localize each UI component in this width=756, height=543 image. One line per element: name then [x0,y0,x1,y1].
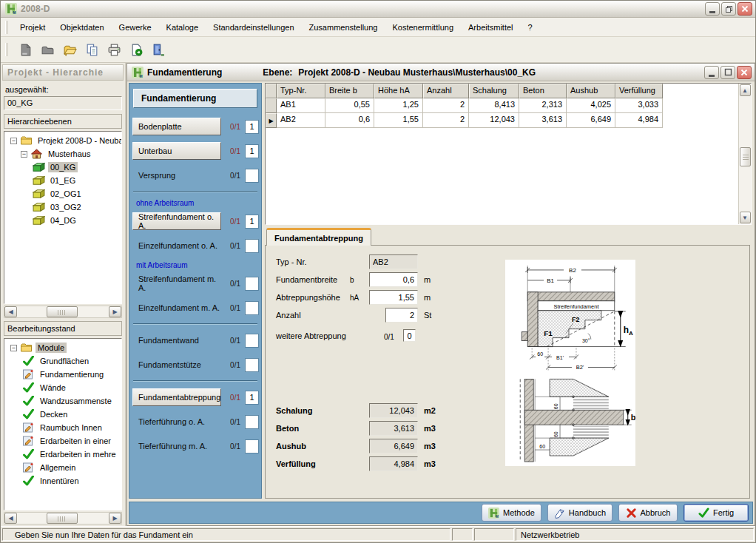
scroll-track[interactable] [740,97,751,211]
tree-item-erdarbeiten-in-einer[interactable]: Erdarbeiten in einer [6,434,121,448]
menu-item-objektdaten[interactable]: Objektdaten [53,19,111,36]
scroll-right-icon[interactable]: ▶ [109,513,121,524]
button-methode[interactable]: MMethode [482,504,541,522]
weitere-abtreppung-box[interactable] [403,329,416,342]
collapse-icon[interactable]: − [10,138,17,144]
scroll-thumb[interactable] [740,147,751,166]
column-header-verfüllung[interactable]: Verfüllung [615,84,663,98]
tree-item-01-eg[interactable]: 01_EG [6,174,121,187]
menu-item-arbeitsmittel[interactable]: Arbeitsmittel [461,19,521,36]
close-button[interactable] [738,2,752,16]
tree-item-module-root[interactable]: − Module [6,341,121,354]
tree-item-wandzusammenste[interactable]: Wandzusammenste [6,394,121,408]
tree-item-04-dg[interactable]: 04_DG [6,214,121,227]
sidebar-item-label[interactable]: Tieferführung o. A. [132,417,221,426]
count-box[interactable] [245,277,259,291]
tree-item-erdarbeiten-in-mehre[interactable]: Erdarbeiten in mehre [6,448,121,461]
table-row-ab2[interactable]: ▶AB20,61,55212,0433,6136,6494,984 [266,113,738,128]
menu-item-zusammenstellung[interactable]: Zusammenstellung [302,19,385,36]
count-box[interactable] [245,301,259,315]
module-maximize-button[interactable] [720,66,735,79]
menu-item-standardeinstellungen[interactable]: Standardeinstellungen [206,19,301,36]
column-header-aushub[interactable]: Aushub [567,84,615,98]
scroll-right-icon[interactable]: ▶ [109,306,121,317]
count-box[interactable] [245,239,259,253]
restore-button[interactable] [721,2,736,16]
menu-item-kataloge[interactable]: Kataloge [159,19,206,36]
tree-item-wände[interactable]: Wände [6,381,121,394]
tree-item-02-og1[interactable]: 02_OG1 [6,187,121,200]
column-header-höhe-ha[interactable]: Höhe hA [374,84,423,98]
column-header-beton[interactable]: Beton [519,84,567,98]
tree-item-allgemein[interactable]: Allgemein [6,461,121,474]
table-row-ab1[interactable]: AB10,551,2528,4132,3134,0253,033 [266,98,738,113]
scroll-left-icon[interactable]: ◀ [4,306,17,317]
tab-fundamentabtreppung[interactable]: Fundamentabtreppung [266,228,371,246]
button-fertig[interactable]: Fertig [684,504,749,522]
count-box[interactable]: 1 [245,391,259,405]
scroll-down-icon[interactable]: ▼ [740,212,751,223]
count-box[interactable]: 1 [245,215,259,229]
tree-item-decken[interactable]: Decken [6,408,121,421]
count-box[interactable] [245,334,259,348]
column-header-anzahl[interactable]: Anzahl [423,84,469,98]
hierarchy-hscrollbar[interactable]: ◀ ▶ [4,306,122,318]
sidebar-item-label[interactable]: Fundamentwand [132,336,221,345]
tree-item-project[interactable]: − Projekt 2008-D - Neubau [6,134,121,147]
count-box[interactable] [245,358,259,372]
scroll-track[interactable] [17,306,109,317]
sidebar-item-label[interactable]: Tieferführung m. A. [132,442,221,451]
count-box[interactable] [245,169,259,183]
modules-hscrollbar[interactable]: ◀ ▶ [4,512,122,525]
sidebar-item-label[interactable]: Versprung [132,171,221,180]
scroll-track[interactable] [17,513,109,524]
copy-icon[interactable] [83,41,101,59]
button-abbruch[interactable]: Abbruch [618,504,678,522]
tree-item-raumbuch-innen[interactable]: Raumbuch Innen [6,421,121,434]
table-vscrollbar[interactable]: ▲ ▼ [738,84,751,224]
print-icon[interactable] [105,41,124,59]
count-box[interactable] [245,415,259,429]
menu-item-projekt[interactable]: Projekt [13,19,53,36]
tree-item-building[interactable]: − Musterhaus [6,147,121,161]
count-box[interactable] [245,439,259,453]
button-handbuch[interactable]: Handbuch [547,504,612,522]
tree-item-grundflächen[interactable]: Grundflächen [6,354,121,368]
scroll-left-icon[interactable]: ◀ [4,513,17,524]
module-close-button[interactable] [737,66,752,79]
menu-item-[interactable]: ? [521,19,540,36]
exit-door-icon[interactable] [149,41,168,59]
sidebar-item-label[interactable]: Fundamentabtreppung [132,388,221,406]
sidebar-item-label[interactable]: Bodenplatte [132,118,221,135]
tree-item-fundamentierung[interactable]: Fundamentierung [6,368,121,381]
scroll-up-icon[interactable]: ▲ [740,84,751,96]
column-header-schalung[interactable]: Schalung [469,84,519,98]
sidebar-item-label[interactable]: Unterbau [132,142,221,160]
collapse-icon[interactable]: − [21,151,27,158]
sidebar-item-label[interactable]: Streifenfundament m. A. [132,274,221,292]
anzahl-input[interactable] [385,308,418,323]
sidebar-item-label[interactable]: Streifenfundament o. A. [132,212,221,230]
count-box[interactable]: 1 [245,144,259,158]
modules-tree: − Module GrundflächenFundamentierungWänd… [4,338,122,510]
sidebar-item-label[interactable]: Einzelfundament m. A. [132,303,221,312]
count-box[interactable]: 1 [245,120,259,134]
sidebar-item-label[interactable]: Fundamentstütze [132,360,221,369]
abtreppungshöhe-input[interactable] [369,290,418,305]
tree-item-00-kg[interactable]: 00_KG [6,161,121,174]
menu-item-gewerke[interactable]: Gewerke [112,19,159,36]
minimize-button[interactable] [705,2,720,16]
menu-item-kostenermittlung[interactable]: Kostenermittlung [385,19,461,36]
tree-item-innentüren[interactable]: Innentüren [6,474,121,488]
scroll-thumb[interactable] [47,513,78,524]
scroll-thumb[interactable] [47,306,78,317]
fundamentbreite-input[interactable] [369,272,418,287]
export-icon[interactable] [127,41,146,59]
folder-open-icon[interactable] [61,41,79,59]
module-minimize-button[interactable] [704,66,719,79]
sidebar-item-label[interactable]: Einzelfundament o. A. [132,241,221,250]
tree-item-03-og2[interactable]: 03_OG2 [6,200,121,214]
collapse-icon[interactable]: − [10,345,17,351]
column-header-breite-b[interactable]: Breite b [325,84,374,98]
column-header-typ-nr[interactable]: Typ-Nr. [277,84,325,98]
